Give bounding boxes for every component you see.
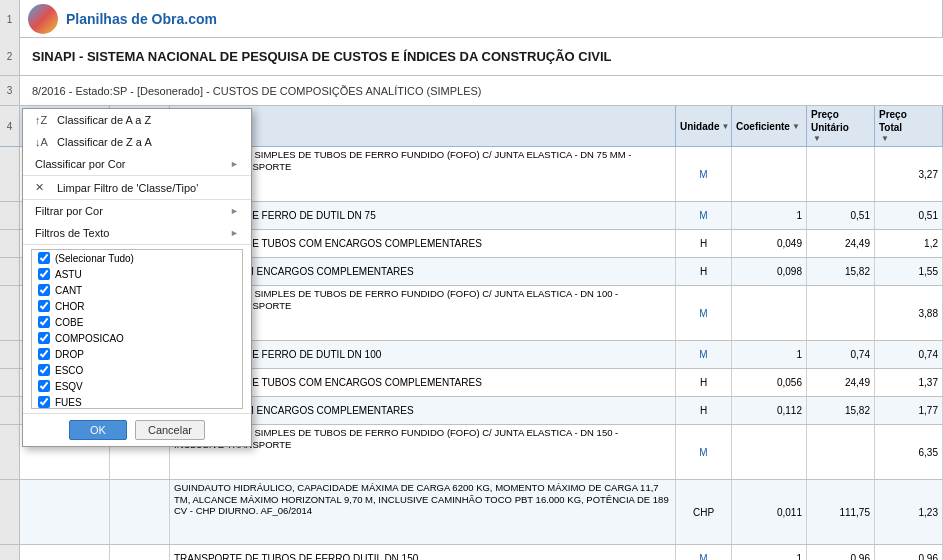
cell-classe xyxy=(20,545,110,560)
checkbox-composicao[interactable]: COMPOSICAO xyxy=(32,330,242,346)
cell-unidade: M xyxy=(676,545,732,560)
checkbox-chor[interactable]: CHOR xyxy=(32,298,242,314)
cell-preco-unit xyxy=(807,425,875,479)
cell-preco-total: 0,96 xyxy=(875,545,943,560)
cell-preco-total: 3,88 xyxy=(875,286,943,340)
dropdown-footer: OK Cancelar xyxy=(23,413,251,446)
cell-coeficiente: 1 xyxy=(732,545,807,560)
header-preco-unitario[interactable]: Preço Unitário ▼ xyxy=(807,106,875,146)
spreadsheet: 1 Planilhas de Obra.com 2 SINAPI - SISTE… xyxy=(0,0,943,560)
checkbox-cant[interactable]: CANT xyxy=(32,282,242,298)
sort-icon-coeficiente[interactable]: ▼ xyxy=(792,122,800,131)
checkbox-input-cobe[interactable] xyxy=(38,316,50,328)
checkbox-esco[interactable]: ESCO xyxy=(32,362,242,378)
cancel-button[interactable]: Cancelar xyxy=(135,420,205,440)
checkbox-input-all[interactable] xyxy=(38,252,50,264)
cell-coeficiente: 0,098 xyxy=(732,258,807,285)
header-unidade[interactable]: Unidade ▼ xyxy=(676,106,732,146)
checkbox-astu[interactable]: ASTU xyxy=(32,266,242,282)
row-number xyxy=(0,480,20,544)
cell-unidade: M xyxy=(676,286,732,340)
cell-codigo xyxy=(110,545,170,560)
logo-text: Planilhas de Obra.com xyxy=(66,11,217,27)
header-preco-total[interactable]: Preço Total ▼ xyxy=(875,106,943,146)
cell-coeficiente: 1 xyxy=(732,341,807,368)
row-2: 2 SINAPI - SISTEMA NACIONAL DE PESQUISA … xyxy=(0,38,943,76)
clear-filter-item[interactable]: ✕ Limpar Filtro de 'Classe/Tipo' xyxy=(23,176,251,199)
sort-za-item[interactable]: ↓A Classificar de Z a A xyxy=(23,131,251,153)
checkbox-input-fues[interactable] xyxy=(38,396,50,408)
cell-preco-unit: 0,51 xyxy=(807,202,875,229)
logo-icon xyxy=(28,4,58,34)
sort-by-color-item[interactable]: Classificar por Cor ► xyxy=(23,153,251,175)
checkbox-input-esqv[interactable] xyxy=(38,380,50,392)
cell-unidade: H xyxy=(676,369,732,396)
row-number-2: 2 xyxy=(0,38,20,75)
filter-dropdown: ↑Z Classificar de A a Z ↓A Classificar d… xyxy=(22,108,252,447)
row-number xyxy=(0,369,20,396)
checkbox-selecionar-tudo[interactable]: (Selecionar Tudo) xyxy=(32,250,242,266)
cell-coeficiente: 0,049 xyxy=(732,230,807,257)
cell-coeficiente: 0,056 xyxy=(732,369,807,396)
sort-icon-unidade[interactable]: ▼ xyxy=(721,122,729,131)
filter-color-section: Filtrar por Cor ► Filtros de Texto ► xyxy=(23,200,251,245)
table-row: GUINDAUTO HIDRÁULICO, CAPACIDADE MÁXIMA … xyxy=(0,480,943,545)
cell-preco-unit: 111,75 xyxy=(807,480,875,544)
filter-text-label: Filtros de Texto xyxy=(35,227,109,239)
cell-coeficiente xyxy=(732,147,807,201)
cell-preco-unit: 24,49 xyxy=(807,369,875,396)
sort-by-color-label: Classificar por Cor xyxy=(35,158,125,170)
row-3: 3 8/2016 - Estado:SP - [Desonerado] - CU… xyxy=(0,76,943,106)
row-number-4: 4 xyxy=(0,106,20,146)
row-number xyxy=(0,258,20,285)
checkbox-input-chor[interactable] xyxy=(38,300,50,312)
cell-coeficiente xyxy=(732,286,807,340)
cell-preco-unit: 15,82 xyxy=(807,258,875,285)
row-number xyxy=(0,202,20,229)
logo-cell: Planilhas de Obra.com xyxy=(20,0,943,37)
sort-icon-preco-total[interactable]: ▼ xyxy=(881,134,889,144)
clear-icon: ✕ xyxy=(35,181,51,194)
checkbox-input-composicao[interactable] xyxy=(38,332,50,344)
cell-preco-total: 1,2 xyxy=(875,230,943,257)
cell-preco-unit: 0,74 xyxy=(807,341,875,368)
cell-classe xyxy=(20,480,110,544)
row-number xyxy=(0,545,20,560)
subtitle: 8/2016 - Estado:SP - [Desonerado] - CUST… xyxy=(20,76,943,105)
sort-az-icon: ↑Z xyxy=(35,114,51,126)
row-number xyxy=(0,425,20,479)
cell-codigo xyxy=(110,480,170,544)
checkbox-fues[interactable]: FUES xyxy=(32,394,242,409)
cell-coeficiente: 0,112 xyxy=(732,397,807,424)
checkbox-input-astu[interactable] xyxy=(38,268,50,280)
cell-unidade: CHP xyxy=(676,480,732,544)
checkbox-cobe[interactable]: COBE xyxy=(32,314,242,330)
row-number xyxy=(0,147,20,201)
sort-za-icon: ↓A xyxy=(35,136,51,148)
cell-unidade: H xyxy=(676,397,732,424)
sort-az-item[interactable]: ↑Z Classificar de A a Z xyxy=(23,109,251,131)
checkbox-esqv[interactable]: ESQV xyxy=(32,378,242,394)
filter-by-color-item[interactable]: Filtrar por Cor ► xyxy=(23,200,251,222)
cell-preco-total: 0,51 xyxy=(875,202,943,229)
checkbox-input-esco[interactable] xyxy=(38,364,50,376)
checkbox-drop[interactable]: DROP xyxy=(32,346,242,362)
filter-text-item[interactable]: Filtros de Texto ► xyxy=(23,222,251,244)
cell-coeficiente: 1 xyxy=(732,202,807,229)
cell-preco-unit xyxy=(807,147,875,201)
cell-preco-unit: 15,82 xyxy=(807,397,875,424)
cell-descricao: TRANSPORTE DE TUBOS DE FERRO DUTIL DN 15… xyxy=(170,545,676,560)
sort-icon-preco-unit[interactable]: ▼ xyxy=(813,134,821,144)
header-coeficiente[interactable]: Coeficiente ▼ xyxy=(732,106,807,146)
submenu-arrow-color: ► xyxy=(230,206,239,216)
row-number-1: 1 xyxy=(0,0,20,38)
ok-button[interactable]: OK xyxy=(69,420,127,440)
sort-section: ↑Z Classificar de A a Z ↓A Classificar d… xyxy=(23,109,251,176)
cell-preco-total: 1,55 xyxy=(875,258,943,285)
checkbox-input-drop[interactable] xyxy=(38,348,50,360)
row-number xyxy=(0,341,20,368)
checkbox-input-cant[interactable] xyxy=(38,284,50,296)
cell-preco-total: 0,74 xyxy=(875,341,943,368)
checkbox-scroll-area[interactable]: (Selecionar Tudo) ASTU CANT CHOR COBE xyxy=(31,249,243,409)
cell-preco-total: 3,27 xyxy=(875,147,943,201)
